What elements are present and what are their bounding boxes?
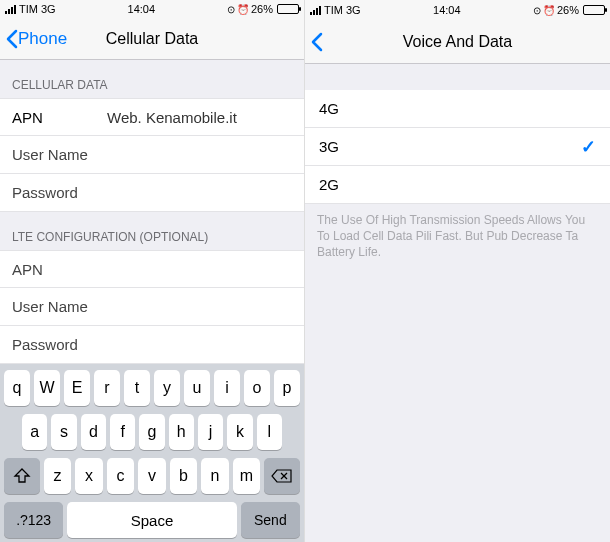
key-h[interactable]: h	[169, 414, 194, 450]
key-r[interactable]: r	[94, 370, 120, 406]
keyboard-row-3: z x c v b n m	[4, 458, 300, 494]
key-o[interactable]: o	[244, 370, 270, 406]
keyboard-row-4: .?123 Space Send	[4, 502, 300, 538]
username-label: User Name	[12, 146, 88, 163]
options-body: 4G 3G ✓ 2G The Use Of High Transmission …	[305, 64, 610, 542]
status-time: 14:04	[433, 4, 461, 16]
password-label: Password	[12, 184, 78, 201]
backspace-icon	[271, 468, 293, 484]
lte-apn-row[interactable]: APN	[0, 250, 304, 288]
key-x[interactable]: x	[75, 458, 103, 494]
footer-description: The Use Of High Transmission Speeds Allo…	[305, 204, 610, 269]
key-q[interactable]: q	[4, 370, 30, 406]
key-j[interactable]: j	[198, 414, 223, 450]
key-w[interactable]: W	[34, 370, 60, 406]
signal-icon	[310, 6, 321, 15]
key-send[interactable]: Send	[241, 502, 300, 538]
key-z[interactable]: z	[44, 458, 72, 494]
key-shift[interactable]	[4, 458, 40, 494]
lte-group: APN User Name Password	[0, 250, 304, 364]
status-left: TIM 3G	[5, 3, 56, 15]
shift-icon	[13, 468, 31, 484]
section-header-lte: LTE CONFIGURATION (OPTIONAL)	[0, 212, 304, 250]
key-numbers[interactable]: .?123	[4, 502, 63, 538]
page-title: Cellular Data	[106, 30, 198, 48]
key-e[interactable]: E	[64, 370, 90, 406]
back-button[interactable]: Phone	[6, 29, 67, 49]
key-t[interactable]: t	[124, 370, 150, 406]
key-a[interactable]: a	[22, 414, 47, 450]
battery-icon	[583, 5, 605, 15]
back-label: Phone	[18, 29, 67, 49]
status-bar: TIM 3G 14:04 ⊙ ⏰ 26%	[305, 0, 610, 20]
key-g[interactable]: g	[139, 414, 164, 450]
key-backspace[interactable]	[264, 458, 300, 494]
key-u[interactable]: u	[184, 370, 210, 406]
apn-label: APN	[12, 109, 107, 126]
nav-bar: Phone Cellular Data	[0, 19, 304, 60]
checkmark-icon: ✓	[581, 136, 596, 158]
key-d[interactable]: d	[81, 414, 106, 450]
status-right: ⊙ ⏰ 26%	[227, 3, 299, 15]
lte-apn-label: APN	[12, 261, 43, 278]
key-i[interactable]: i	[214, 370, 240, 406]
key-n[interactable]: n	[201, 458, 229, 494]
key-p[interactable]: p	[274, 370, 300, 406]
battery-pct: 26%	[557, 4, 579, 16]
status-left: TIM 3G	[310, 4, 361, 16]
lte-password-label: Password	[12, 336, 78, 353]
status-bar: TIM 3G 14:04 ⊙ ⏰ 26%	[0, 0, 304, 19]
option-label: 2G	[319, 176, 339, 193]
clock-icon: ⏰	[543, 5, 555, 16]
keyboard-row-1: q W E r t y u i o p	[4, 370, 300, 406]
key-c[interactable]: c	[107, 458, 135, 494]
nav-bar: Voice And Data	[305, 20, 610, 64]
option-label: 3G	[319, 138, 339, 155]
apn-input[interactable]: Web. Kenamobile.it	[107, 109, 292, 126]
keyboard: q W E r t y u i o p a s d f g h j k l	[0, 364, 304, 542]
network-label: 3G	[346, 4, 361, 16]
key-f[interactable]: f	[110, 414, 135, 450]
key-space[interactable]: Space	[67, 502, 236, 538]
carrier-label: TIM	[324, 4, 343, 16]
battery-icon	[277, 4, 299, 14]
key-k[interactable]: k	[227, 414, 252, 450]
lte-username-row[interactable]: User Name	[0, 288, 304, 326]
clock-icon: ⏰	[237, 4, 249, 15]
alarm-icon: ⊙	[533, 5, 541, 16]
status-time: 14:04	[128, 3, 156, 15]
page-title: Voice And Data	[403, 33, 512, 51]
option-label: 4G	[319, 100, 339, 117]
key-s[interactable]: s	[51, 414, 76, 450]
cellular-data-group: APN Web. Kenamobile.it User Name Passwor…	[0, 98, 304, 212]
chevron-left-icon	[311, 32, 323, 52]
carrier-label: TIM	[19, 3, 38, 15]
screen-voice-and-data: TIM 3G 14:04 ⊙ ⏰ 26% Voice And Data 4G 3…	[305, 0, 610, 542]
apn-row[interactable]: APN Web. Kenamobile.it	[0, 98, 304, 136]
keyboard-row-2: a s d f g h j k l	[4, 414, 300, 450]
lte-username-label: User Name	[12, 298, 88, 315]
password-row[interactable]: Password	[0, 174, 304, 212]
option-4g[interactable]: 4G	[305, 90, 610, 128]
username-row[interactable]: User Name	[0, 136, 304, 174]
key-b[interactable]: b	[170, 458, 198, 494]
chevron-left-icon	[6, 29, 18, 49]
battery-pct: 26%	[251, 3, 273, 15]
screen-cellular-data: TIM 3G 14:04 ⊙ ⏰ 26% Phone Cellular Data…	[0, 0, 305, 542]
back-button[interactable]	[311, 32, 323, 52]
signal-icon	[5, 5, 16, 14]
key-v[interactable]: v	[138, 458, 166, 494]
key-m[interactable]: m	[233, 458, 261, 494]
key-y[interactable]: y	[154, 370, 180, 406]
network-label: 3G	[41, 3, 56, 15]
alarm-icon: ⊙	[227, 4, 235, 15]
option-3g[interactable]: 3G ✓	[305, 128, 610, 166]
status-right: ⊙ ⏰ 26%	[533, 4, 605, 16]
option-2g[interactable]: 2G	[305, 166, 610, 204]
key-l[interactable]: l	[257, 414, 282, 450]
lte-password-row[interactable]: Password	[0, 326, 304, 364]
section-header-cellular: CELLULAR DATA	[0, 60, 304, 98]
